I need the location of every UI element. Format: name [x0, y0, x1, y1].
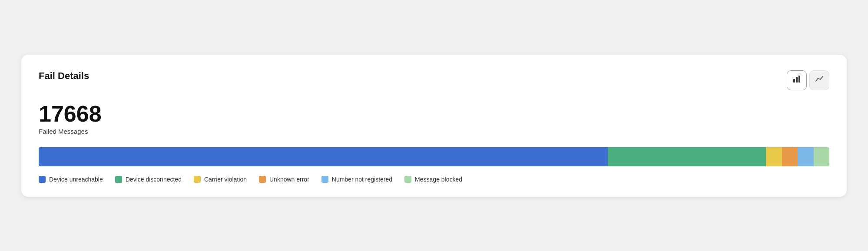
chart-toggle-group: [787, 70, 829, 90]
legend-label-number_not_registered: Number not registered: [332, 176, 392, 183]
legend-item-number_not_registered: Number not registered: [321, 176, 392, 183]
line-chart-toggle[interactable]: [809, 70, 829, 90]
bar-segment-device_unreachable: [39, 147, 608, 166]
legend-item-device_disconnected: Device disconnected: [115, 176, 182, 183]
legend-label-unknown_error: Unknown error: [269, 176, 309, 183]
card-title: Fail Details: [39, 70, 89, 82]
legend-swatch-device_unreachable: [39, 176, 46, 183]
bar-segment-message_blocked: [814, 147, 829, 166]
svg-rect-1: [796, 77, 798, 83]
legend-item-unknown_error: Unknown error: [259, 176, 309, 183]
bar-chart-toggle[interactable]: [787, 70, 807, 90]
bar-segment-unknown_error: [782, 147, 798, 166]
legend-item-carrier_violation: Carrier violation: [194, 176, 247, 183]
bar-segment-number_not_registered: [798, 147, 813, 166]
legend-row: Device unreachableDevice disconnectedCar…: [39, 176, 829, 183]
legend-swatch-unknown_error: [259, 176, 266, 183]
bar-chart-icon: [792, 75, 801, 86]
svg-rect-0: [793, 79, 795, 83]
legend-swatch-number_not_registered: [321, 176, 328, 183]
legend-label-carrier_violation: Carrier violation: [204, 176, 247, 183]
header-row: Fail Details: [39, 70, 829, 90]
legend-swatch-message_blocked: [404, 176, 411, 183]
bar-segment-device_disconnected: [608, 147, 766, 166]
legend-swatch-device_disconnected: [115, 176, 122, 183]
svg-rect-2: [798, 76, 800, 83]
legend-item-device_unreachable: Device unreachable: [39, 176, 103, 183]
bar-segment-carrier_violation: [766, 147, 782, 166]
metric-value: 17668: [39, 102, 829, 125]
legend-label-message_blocked: Message blocked: [415, 176, 462, 183]
legend-label-device_unreachable: Device unreachable: [49, 176, 103, 183]
stacked-bar: [39, 147, 829, 166]
line-chart-icon: [815, 75, 824, 86]
legend-label-device_disconnected: Device disconnected: [126, 176, 182, 183]
legend-item-message_blocked: Message blocked: [404, 176, 462, 183]
fail-details-card: Fail Details 17668 Fai: [21, 55, 847, 197]
legend-swatch-carrier_violation: [194, 176, 201, 183]
metric-label: Failed Messages: [39, 128, 829, 135]
